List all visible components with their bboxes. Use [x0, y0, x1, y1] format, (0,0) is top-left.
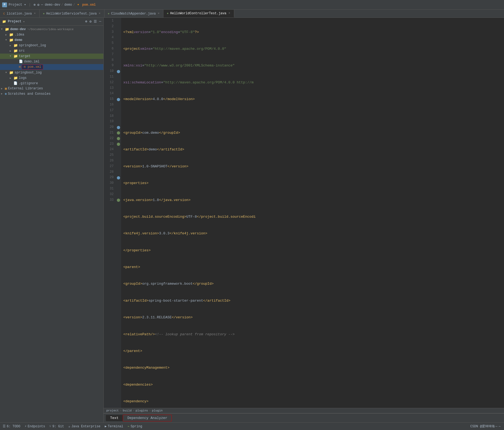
- sidebar-item-target[interactable]: ▼ 📁 target: [0, 54, 103, 59]
- tab-close-hwservice[interactable]: ×: [98, 12, 101, 15]
- sidebar-gear-icon[interactable]: ☰: [94, 19, 97, 24]
- sidebar-item-demo[interactable]: ▼ 📁 demo: [0, 37, 103, 43]
- code-line-3: xmlns:xsi="http://www.w3.org/2001/XMLSch…: [123, 63, 504, 69]
- sidebar-minimize-icon[interactable]: —: [99, 19, 101, 24]
- folder-icon-idea: 📁: [9, 33, 13, 37]
- tab-icon-hwcontroller: ●: [167, 12, 169, 15]
- bc-project[interactable]: project: [106, 409, 119, 412]
- gutter-icon-15[interactable]: [117, 98, 120, 101]
- sidebar-item-scratches[interactable]: ▶ ◉ Scratches and Consoles: [0, 91, 103, 96]
- code-scroll[interactable]: 12345 678910 1112131415 1617181920 21222…: [104, 18, 504, 408]
- tab-close-lication[interactable]: ×: [33, 12, 36, 15]
- code-line-9: <version>1.0-SNAPSHOT</version>: [123, 164, 504, 170]
- btab-dependency-analyzer[interactable]: Dependency Analyzer: [123, 415, 172, 421]
- bc-build[interactable]: build: [123, 409, 132, 412]
- gutter-icon-22[interactable]: [117, 137, 120, 140]
- toolbar-icon-settings[interactable]: ⚙: [37, 3, 39, 7]
- code-line-7: <groupId>com.demo</groupId>: [123, 130, 504, 136]
- sidebar-copy-icon[interactable]: ⊕: [85, 19, 88, 24]
- arrow-demodev: ▼: [1, 28, 5, 31]
- gutter-icon-10[interactable]: [117, 70, 120, 73]
- folder-icon-logs: 📁: [13, 76, 18, 80]
- sidebar-header: 📁 Project ▾ ⊕ ⚙ ☰ —: [0, 18, 103, 26]
- folder-icon-src: 📁: [13, 49, 18, 53]
- btab-text[interactable]: Text: [106, 415, 123, 421]
- tab-label-hwcontroller: HelloWorldControllerTest.java: [170, 12, 226, 15]
- bc-demodev: demo-dev: [45, 3, 60, 7]
- sidebar-settings-icon[interactable]: ⚙: [89, 19, 92, 24]
- tab-label-lication: lication.java: [7, 12, 32, 16]
- tab-icon-lication: C: [3, 12, 5, 15]
- bc-plugin[interactable]: plugin: [152, 409, 163, 412]
- sidebar-item-gitignore[interactable]: ▶ 📄 .gitignore: [0, 81, 103, 86]
- code-line-19: <relativePath/> <!-- lookup parent from …: [123, 332, 504, 337]
- sidebar-item-pom-xml[interactable]: ▶ m m pom.xml: [0, 64, 103, 70]
- arrow-demo: ▼: [5, 39, 9, 41]
- code-line-1: <?xml version="1.0" encoding="UTF-8"?>: [123, 30, 504, 35]
- code-line-6: [123, 114, 504, 119]
- code-line-17: <artifactId>spring-boot-starter-parent</…: [123, 298, 504, 304]
- toolbar-icon-copy[interactable]: ⊕: [34, 3, 36, 7]
- file-icon-demo-iml: 📄: [19, 59, 23, 64]
- code-line-8: <artifactId>demo</artifactId>: [123, 147, 504, 153]
- gutter-icon-29[interactable]: [117, 176, 120, 179]
- sidebar-item-demo-iml[interactable]: ▶ 📄 demo.iml: [0, 59, 103, 64]
- tab-close-hwcontroller[interactable]: ×: [228, 12, 231, 15]
- gutter-icon-32[interactable]: [117, 199, 120, 202]
- status-endpoints[interactable]: ⚡ Endpoints: [24, 424, 45, 428]
- tab-hwcontroller[interactable]: ● HelloWorldControllerTest.java ×: [163, 10, 234, 17]
- xml-icon-pom: m: [19, 65, 21, 69]
- bc-plugins[interactable]: plugins: [135, 409, 148, 412]
- bottom-tabs: Text Dependency Analyzer: [104, 413, 504, 422]
- terminal-icon: ▶: [105, 424, 107, 428]
- tabs-bar: C lication.java × ● HelloWorldServiceTes…: [0, 10, 504, 18]
- bc-pomxml: 🔸 pom.xml: [76, 3, 96, 7]
- project-icon: P: [2, 2, 7, 7]
- status-bar: ☰ 6: TODO ⚡ Endpoints ⑂ 9: Git ☕ Java En…: [0, 422, 504, 430]
- status-right: CSDN @爱珅珅海～～: [470, 424, 501, 429]
- bc-demo: demo: [64, 3, 72, 7]
- main-area: 📁 Project ▾ ⊕ ⚙ ☰ — ▼ 📁 demo-dev ~/Docum…: [0, 18, 504, 422]
- sidebar-item-demodev[interactable]: ▼ 📁 demo-dev ~/Documents/idea-worksapce: [0, 27, 103, 32]
- sidebar-item-logs[interactable]: ▶ 📁 logs: [0, 75, 103, 81]
- code-line-5: <modelVersion>4.0.0</modelVersion>: [123, 97, 504, 102]
- tab-lication[interactable]: C lication.java ×: [0, 10, 40, 17]
- arrow-scratches: ▶: [1, 92, 5, 95]
- project-label[interactable]: Project ▾: [9, 3, 26, 7]
- arrow-springboot-inner: ▶: [10, 44, 13, 47]
- code-line-4: xsi:schemaLocation="http://maven.apache.…: [123, 80, 504, 86]
- sidebar-item-src[interactable]: ▶ 📁 src: [0, 48, 103, 54]
- code-line-20: </parent>: [123, 348, 504, 354]
- pom-xml-label: m pom.xml: [22, 65, 43, 69]
- sidebar-item-external-libs[interactable]: ▶ ▣ External Libraries: [0, 86, 103, 91]
- code-line-18: <version>2.3.11.RELEASE</version>: [123, 315, 504, 320]
- tab-cloudwatch[interactable]: ● CloudWatchAppender.java ×: [104, 10, 163, 17]
- arrow-src: ▶: [10, 50, 13, 52]
- sidebar-item-idea[interactable]: ▶ 📁 .idea: [0, 32, 103, 37]
- status-todo[interactable]: ☰ 6: TODO: [3, 424, 20, 428]
- folder-icon-target: 📁: [13, 54, 18, 58]
- toolbar-icon-minimize[interactable]: —: [41, 3, 43, 7]
- status-terminal[interactable]: ▶ Terminal: [105, 424, 123, 428]
- status-spring[interactable]: ❧ Spring: [128, 424, 142, 428]
- git-icon: ⑂: [49, 425, 51, 428]
- status-git[interactable]: ⑂ 9: Git: [49, 425, 64, 428]
- breadcrumb: demo-dev / demo / 🔸 pom.xml: [45, 3, 96, 7]
- sidebar-item-springboot-log-inner[interactable]: ▶ 📁 springboot_log: [0, 43, 103, 48]
- arrow-logs: ▶: [10, 77, 13, 80]
- code-area: 12345 678910 1112131415 1617181920 21222…: [104, 18, 504, 422]
- gutter-icon-21[interactable]: [117, 131, 120, 135]
- file-icon-gitignore: 📄: [13, 81, 18, 85]
- code-line-15: <parent>: [123, 265, 504, 270]
- folder-icon-demo: 📁: [9, 38, 13, 42]
- status-java-enterprise[interactable]: ☕ Java Enterprise: [68, 424, 100, 428]
- tab-helloworld-service[interactable]: ● HelloWorldServiceTest.java ×: [40, 10, 104, 17]
- code-line-23: <dependency>: [123, 399, 504, 404]
- code-line-11: <java.version>1.8</java.version>: [123, 198, 504, 203]
- sidebar-item-springboot-log-outer[interactable]: ▼ 📁 springboot_log: [0, 70, 103, 75]
- gutter-icon-20[interactable]: [117, 126, 120, 129]
- bottom-breadcrumb: project › build › plugins › plugin: [104, 408, 504, 413]
- tab-close-cloudwatch[interactable]: ×: [157, 12, 160, 15]
- sidebar-tree: ▼ 📁 demo-dev ~/Documents/idea-worksapce …: [0, 26, 103, 422]
- gutter-icon-23[interactable]: [117, 143, 120, 146]
